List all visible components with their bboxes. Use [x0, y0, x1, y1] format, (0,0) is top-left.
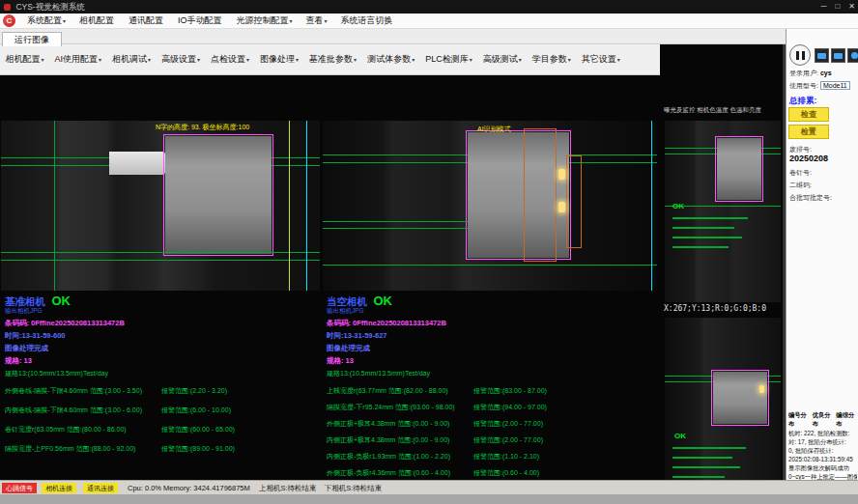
tab-highlight: [759, 385, 764, 393]
measurement-row: 上栈宽度r(63.77mm 范围:(82.00 - 88.00)报警范围:(83…: [327, 386, 659, 396]
gripper: [109, 152, 165, 175]
menu2-advanced-settings[interactable]: 高级设置▾: [157, 53, 206, 66]
tab-run-image[interactable]: 运行图像: [2, 32, 62, 46]
statistics-panel: 编号分布 优良分布 编综分布 机时: 222, 批陷检测数: 对: 17, 批陷…: [788, 410, 857, 490]
stats-line: 显示图像批次解码成功: [788, 463, 857, 472]
window-edge: [0, 494, 858, 504]
camera-snapshot-button[interactable]: [815, 48, 829, 63]
menu-comm-config[interactable]: 通讯配置: [122, 14, 171, 27]
menu2-camera-debug[interactable]: 相机调试▾: [107, 53, 157, 66]
chevron-down-icon: ▾: [325, 18, 328, 24]
chevron-down-icon: ▾: [296, 57, 299, 63]
minimize-button[interactable]: ─: [821, 0, 827, 14]
measurement-row: 外侧卷线-隔膜-下限4.60mm 范围:(3.00 - 3.50)报警范围:(2…: [5, 386, 324, 396]
right-process-status: 图像处理完成: [327, 344, 659, 353]
menu2-image-processing[interactable]: 图像处理▾: [255, 53, 304, 66]
menu-language-switch[interactable]: 系统语言切换: [334, 14, 401, 27]
right-barcode: 条码码: 0Fffine2025020813313472B: [327, 319, 659, 328]
record-icon: [851, 52, 858, 59]
left-camera-view[interactable]: N字的高度: 93. 极坐标高度:100: [1, 121, 320, 291]
camera-state-readout: 上相机S:待检结束 下相机S:待检结束: [259, 484, 382, 493]
menu2-spot-check[interactable]: 点检设置▾: [206, 53, 255, 66]
stats-tab-summary-dist[interactable]: 编综分布: [836, 410, 857, 428]
right-camera-results: 当空相机 OK 输出相机JPG 条码码: 0Fffine202502081331…: [327, 292, 659, 485]
left-camera-results: 基准相机 OK 输出相机JPG 条码码: 0Fffine202502081331…: [5, 292, 324, 463]
edge-line: [651, 121, 652, 291]
measure-line: [323, 221, 468, 222]
guide-line: [54, 121, 55, 291]
chevron-down-icon: ▾: [617, 57, 620, 63]
left-barcode: 条码码: 0Fffine2025020813313472B: [5, 319, 324, 328]
menu-view[interactable]: 查看▾: [300, 14, 334, 27]
left-camera-title: 基准相机: [5, 295, 45, 307]
chevron-down-icon: ▾: [354, 57, 357, 63]
cpu-memory-readout: Cpu: 0.0% Memory: 3424.41796875M: [128, 484, 250, 492]
pause-icon: [802, 51, 805, 60]
window-title: CYS-视觉检测系统: [15, 2, 84, 12]
stats-tab-number-dist[interactable]: 编号分布: [788, 410, 810, 428]
menu-light-control-config[interactable]: 光源控制配置▾: [230, 14, 300, 27]
tab-highlight: [558, 202, 565, 212]
menu2-other-settings[interactable]: 其它设置▾: [576, 53, 625, 66]
menu2-test-body-params[interactable]: 测试体参数▾: [362, 53, 420, 66]
left-process-status: 图像处理完成: [5, 344, 324, 353]
chevron-down-icon: ▾: [99, 57, 101, 63]
lower-camera-state: 下相机S:待检结束: [325, 484, 383, 492]
right-camera-view[interactable]: AI识别模式: [323, 121, 657, 291]
app-logo-icon: C: [3, 14, 15, 27]
menu-camera-config[interactable]: 相机配置: [72, 14, 122, 27]
camera-icon: [834, 53, 843, 59]
left-camera-status: OK: [51, 294, 71, 308]
close-button[interactable]: ✕: [848, 0, 855, 14]
menu2-camera-config[interactable]: 相机配置▾: [0, 53, 49, 66]
monitor-top-status: OK: [672, 202, 684, 210]
pause-icon: [796, 51, 799, 60]
heartbeat-indicator: 心跳信号: [2, 483, 37, 493]
pause-button[interactable]: [789, 44, 811, 66]
stats-line: 0, 批陷保存统计:: [788, 446, 857, 455]
measurement-row: 隔膜宽度-上PF0.56mm 范围:(88.00 - 92.00)报警范围:(8…: [5, 444, 324, 454]
roi-rectangle: [163, 134, 273, 256]
menu2-ai-config[interactable]: AI使用配置▾: [49, 53, 107, 66]
right-spec: 规格: 13: [327, 356, 659, 366]
comm-connection-indicator: 通讯连接: [83, 483, 118, 493]
right-camera-subtitle: 输出相机JPG: [327, 307, 659, 316]
tab-highlight: [558, 169, 565, 180]
edge-line: [289, 121, 290, 291]
menu2-advanced-test[interactable]: 高级测试▾: [477, 53, 527, 66]
overlay-text-line: [672, 457, 732, 459]
left-spec-detail: 规格13:(10.5mm/13.5mm)Test/day: [5, 369, 324, 378]
chevron-down-icon: ▾: [42, 57, 44, 63]
stats-tab-quality-dist[interactable]: 优良分布: [813, 410, 834, 428]
right-camera-title: 当空相机: [327, 295, 367, 307]
chevron-down-icon: ▾: [197, 57, 200, 63]
chevron-down-icon: ▾: [519, 57, 522, 63]
menu-bar-2: 相机配置▾ AI使用配置▾ 相机调试▾ 高级设置▾ 点检设置▾ 图像处理▾ 基准…: [0, 44, 660, 75]
height-overlay-label: N字的高度: 93. 极坐标高度:100: [156, 123, 249, 132]
stats-line: 2025:02:08-13:31:59:45: [788, 455, 857, 463]
maximize-button[interactable]: □: [835, 0, 840, 14]
right-spec-detail: 规格13:(10.5mm/13.5mm)Test/day: [327, 369, 659, 378]
model-select[interactable]: Mode11: [820, 81, 850, 90]
menu2-base-batch-params[interactable]: 基准批参数▾: [304, 53, 362, 66]
measure-line: [323, 228, 468, 229]
menu-io-manual-config[interactable]: IO手动配置: [171, 14, 230, 27]
model-label: 使用型号:: [789, 82, 818, 89]
overlay-text-line: [672, 217, 748, 219]
write-batch-label: 合批写批定号:: [789, 193, 832, 203]
monitor-view-top[interactable]: OK: [665, 121, 781, 302]
menu-system-config[interactable]: 系统配置▾: [20, 14, 72, 27]
monitor-view-bottom[interactable]: OK: [665, 318, 781, 504]
overlay-text-line: [672, 476, 725, 478]
measurement-row: 内侧卷线-隔膜-下限4.60mm 范围:(3.00 - 6.00)报警范围:(6…: [5, 406, 324, 415]
record-button[interactable]: [847, 48, 858, 63]
roi-rectangle: [715, 136, 763, 202]
detect-rectangle: [566, 155, 582, 248]
camera-live-button[interactable]: [831, 48, 845, 63]
right-time: 时间:13-31-59-627: [327, 331, 659, 341]
menu2-plc-library[interactable]: PLC检测库▾: [420, 53, 478, 66]
overlay-text-line: [672, 237, 742, 238]
menu2-learn-params[interactable]: 学目参数▾: [527, 53, 576, 66]
overlay-text-line: [672, 227, 734, 229]
roi-rectangle: [711, 370, 769, 426]
